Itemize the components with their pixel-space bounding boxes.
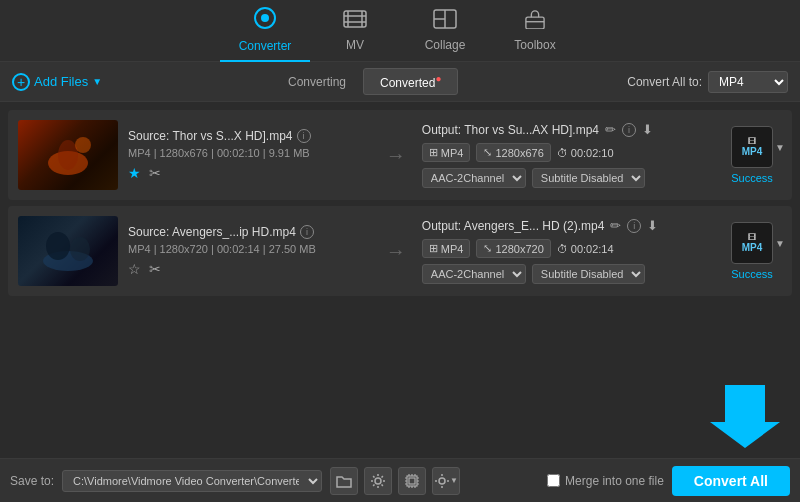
star-icon[interactable]: ★ — [128, 165, 141, 181]
output-label: Output: Thor vs Su...AX HD].mp4 — [422, 123, 599, 137]
output-controls: ⊞ MP4 ⤡ 1280x720 ⏱ 00:02:14 — [422, 239, 712, 258]
source-info-icon[interactable]: i — [297, 129, 311, 143]
nav-collage[interactable]: Collage — [400, 0, 490, 62]
badge-dropdown-icon[interactable]: ▼ — [775, 142, 785, 153]
thumb-image — [18, 120, 118, 190]
mp4-text: MP4 — [742, 146, 763, 157]
mv-icon — [343, 9, 367, 34]
file-meta: MP4 | 1280x676 | 00:02:10 | 9.91 MB — [128, 147, 370, 159]
output-info-icon[interactable]: i — [627, 219, 641, 233]
add-files-dropdown-icon[interactable]: ▼ — [92, 76, 102, 87]
thumb-image — [18, 216, 118, 286]
svg-point-16 — [46, 232, 70, 260]
nav-toolbox[interactable]: Toolbox — [490, 0, 580, 62]
file-info: Source: Thor vs S...X HD].mp4 i MP4 | 12… — [128, 129, 370, 181]
nav-converter[interactable]: Converter — [220, 0, 310, 62]
toolbar: + Add Files ▼ Converting Converted● Conv… — [0, 62, 800, 102]
merge-checkbox-input[interactable] — [547, 474, 560, 487]
output-info-icon[interactable]: i — [622, 123, 636, 137]
merge-label: Merge into one file — [565, 474, 664, 488]
output-row2: AAC-2Channel AC3-2Channel Subtitle Disab… — [422, 168, 712, 188]
cpu-icon-btn[interactable] — [398, 467, 426, 495]
convert-all-to-label: Convert All to: — [627, 75, 702, 89]
plus-icon: + — [12, 73, 30, 91]
settings2-icon-btn[interactable]: ▼ — [432, 467, 460, 495]
bottom-bar: Save to: C:\Vidmore\Vidmore Video Conver… — [0, 458, 800, 502]
star-icon[interactable]: ☆ — [128, 261, 141, 277]
nav-mv[interactable]: MV — [310, 0, 400, 62]
edit-icon[interactable]: ✏ — [610, 218, 621, 233]
convert-all-button[interactable]: Convert All — [672, 466, 790, 496]
source-info-icon[interactable]: i — [300, 225, 314, 239]
converter-icon — [253, 6, 277, 35]
big-arrow-section — [0, 372, 800, 458]
arrow-section: → — [380, 240, 412, 263]
cut-icon[interactable]: ✂ — [149, 165, 161, 181]
file-actions: ★ ✂ — [128, 165, 370, 181]
file-meta: MP4 | 1280x720 | 00:02:14 | 27.50 MB — [128, 243, 370, 255]
time-value: 00:02:14 — [571, 243, 614, 255]
output-res-badge: ⤡ 1280x720 — [476, 239, 550, 258]
svg-point-13 — [58, 140, 78, 170]
subtitle-select[interactable]: Subtitle Disabled No Subtitle — [532, 264, 645, 284]
svg-point-14 — [75, 137, 91, 153]
subtitle-select[interactable]: Subtitle Disabled No Subtitle — [532, 168, 645, 188]
add-files-label: Add Files — [34, 74, 88, 89]
svg-point-34 — [439, 478, 445, 484]
success-section: 🎞 MP4 ▼ Success — [722, 222, 782, 280]
svg-rect-10 — [526, 17, 544, 29]
output-section: Output: Avengers_E... HD (2).mp4 ✏ i ⬇ ⊞… — [422, 218, 712, 284]
source-label: Source: Thor vs S...X HD].mp4 — [128, 129, 293, 143]
audio-select[interactable]: AAC-2Channel AC3-2Channel — [422, 168, 526, 188]
cut-icon[interactable]: ✂ — [149, 261, 161, 277]
format-value: MP4 — [441, 243, 464, 255]
merge-checkbox[interactable]: Merge into one file — [547, 474, 664, 488]
tab-converting[interactable]: Converting — [271, 70, 363, 94]
download-icon[interactable]: ⬇ — [642, 122, 653, 137]
save-path-select[interactable]: C:\Vidmore\Vidmore Video Converter\Conve… — [62, 470, 322, 492]
audio-select[interactable]: AAC-2Channel AC3-2Channel — [422, 264, 526, 284]
settings-icon-btn[interactable] — [364, 467, 392, 495]
output-header: Output: Thor vs Su...AX HD].mp4 ✏ i ⬇ — [422, 122, 712, 137]
badge-dropdown-icon[interactable]: ▼ — [775, 238, 785, 249]
res-value: 1280x676 — [495, 147, 543, 159]
file-row: Source: Thor vs S...X HD].mp4 i MP4 | 12… — [8, 110, 792, 200]
nav-converter-label: Converter — [239, 39, 292, 53]
save-to-label: Save to: — [10, 474, 54, 488]
nav-mv-label: MV — [346, 38, 364, 52]
time-value: 00:02:10 — [571, 147, 614, 159]
toolbar-tabs: Converting Converted● — [271, 68, 458, 95]
file-thumbnail — [18, 120, 118, 190]
collage-icon — [433, 9, 457, 34]
status-badge: Success — [731, 172, 773, 184]
file-row: Source: Avengers_...ip HD.mp4 i MP4 | 12… — [8, 206, 792, 296]
tab-converted[interactable]: Converted● — [363, 68, 458, 95]
svg-point-19 — [375, 478, 381, 484]
arrow-section: → — [380, 144, 412, 167]
output-res-badge: ⤡ 1280x676 — [476, 143, 550, 162]
download-icon[interactable]: ⬇ — [647, 218, 658, 233]
output-controls: ⊞ MP4 ⤡ 1280x676 ⏱ 00:02:10 — [422, 143, 712, 162]
mp4-icon: 🎞 — [748, 137, 756, 146]
source-label: Source: Avengers_...ip HD.mp4 — [128, 225, 296, 239]
mp4-icon: 🎞 — [748, 233, 756, 242]
file-source: Source: Thor vs S...X HD].mp4 i — [128, 129, 370, 143]
mp4-text: MP4 — [742, 242, 763, 253]
output-format-badge: ⊞ MP4 — [422, 239, 471, 258]
output-label: Output: Avengers_E... HD (2).mp4 — [422, 219, 605, 233]
file-actions: ☆ ✂ — [128, 261, 370, 277]
folder-icon-btn[interactable] — [330, 467, 358, 495]
svg-point-1 — [261, 14, 269, 22]
output-row2: AAC-2Channel AC3-2Channel Subtitle Disab… — [422, 264, 712, 284]
convert-arrow — [710, 380, 780, 450]
output-header: Output: Avengers_E... HD (2).mp4 ✏ i ⬇ — [422, 218, 712, 233]
arrow-right-icon: → — [386, 240, 406, 263]
mp4-badge: 🎞 MP4 — [731, 126, 773, 168]
resize-icon: ⤡ — [483, 146, 492, 159]
grid-icon: ⊞ — [429, 242, 438, 255]
add-files-button[interactable]: + Add Files ▼ — [12, 73, 102, 91]
edit-icon[interactable]: ✏ — [605, 122, 616, 137]
file-info: Source: Avengers_...ip HD.mp4 i MP4 | 12… — [128, 225, 370, 277]
arrow-right-icon: → — [386, 144, 406, 167]
format-select[interactable]: MP4 MKV AVI MOV — [708, 71, 788, 93]
